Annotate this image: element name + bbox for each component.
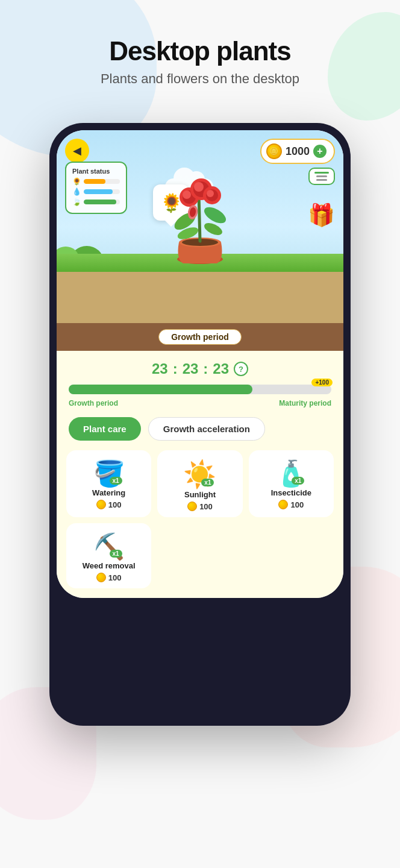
leaf-status-bar [84, 200, 120, 204]
svg-line-6 [199, 194, 200, 241]
insecticide-quantity: x1 [292, 477, 304, 485]
timer-sep-2: : [203, 360, 208, 377]
tab-section: Plant care Growth acceleration [57, 417, 343, 450]
progress-bar-fill [69, 385, 252, 394]
weed-removal-price-text: 100 [108, 573, 122, 582]
insecticide-price-text: 100 [290, 500, 304, 509]
watering-price-text: 100 [108, 500, 122, 509]
svg-point-13 [183, 190, 191, 199]
insecticide-name: Insecticide [255, 488, 328, 497]
care-section: 🪣 x1 Watering 100 ☀️ x1 [57, 450, 343, 598]
watering-coin-icon [96, 500, 106, 509]
weed-removal-price: 100 [72, 573, 145, 582]
insecticide-price: 100 [255, 500, 328, 509]
back-button[interactable]: ◀ [65, 139, 89, 163]
back-arrow-icon: ◀ [73, 144, 81, 157]
water-status-bar [84, 189, 120, 194]
care-bottom-row: ⛏️ x1 Weed removal 100 [66, 523, 334, 588]
coin-count: 1000 [286, 145, 310, 158]
svg-point-8 [202, 204, 229, 226]
tab-plant-care[interactable]: Plant care [69, 417, 141, 441]
coin-icon: 🪙 [266, 143, 282, 159]
status-row-leaf: 🍃 [72, 198, 120, 206]
weed-removal-name: Weed removal [72, 561, 145, 570]
growth-progress-bar: +100 [69, 385, 331, 394]
sun-status-bar [84, 179, 120, 184]
phone-mockup: ◀ 🪙 1000 + Plant status 🌻 [49, 123, 351, 726]
watering-name: Watering [72, 488, 145, 497]
sunlight-name: Sunlight [163, 490, 236, 499]
add-coins-button[interactable]: + [313, 145, 327, 158]
help-button[interactable]: ? [234, 362, 248, 376]
list-icon[interactable] [308, 168, 335, 185]
period-labels: Growth period Maturity period [69, 399, 331, 407]
svg-point-19 [207, 190, 214, 197]
timer-hours: 23 [152, 360, 168, 377]
watering-quantity: x1 [110, 477, 122, 485]
maturity-period-label: Maturity period [279, 399, 331, 407]
care-item-insecticide[interactable]: 🧴 x1 Insecticide 100 [249, 450, 334, 517]
sunlight-price-text: 100 [199, 502, 213, 511]
svg-point-16 [194, 182, 204, 192]
growth-period-label: Growth period [69, 399, 118, 407]
care-item-watering[interactable]: 🪣 x1 Watering 100 [66, 450, 151, 517]
growth-banner: Growth period [57, 323, 343, 351]
status-row-water: 💧 [72, 187, 120, 196]
app-subtitle: Plants and flowers on the desktop [12, 71, 388, 87]
page-header: Desktop plants Plants and flowers on the… [0, 0, 400, 99]
list-line-2 [316, 175, 327, 177]
insecticide-icon-wrap: 🧴 x1 [275, 459, 307, 488]
timer-minutes: 23 [183, 360, 199, 377]
timer-display: 23 : 23 : 23 ? [69, 360, 331, 377]
gift-icon[interactable]: 🎁 [308, 203, 335, 228]
plant-status-title: Plant status [72, 168, 120, 175]
sun-bar-fill [84, 179, 105, 184]
leaf-status-icon: 🍃 [72, 198, 81, 206]
insecticide-coin-icon [278, 500, 288, 509]
plant-svg [158, 164, 242, 275]
weed-removal-quantity: x1 [110, 550, 122, 558]
leaf-bar-fill [84, 200, 116, 204]
care-item-weed-removal[interactable]: ⛏️ x1 Weed removal 100 [66, 523, 151, 588]
game-scene: ◀ 🪙 1000 + Plant status 🌻 [57, 130, 343, 323]
status-row-sun: 🌻 [72, 177, 120, 186]
sun-status-icon: 🌻 [72, 177, 81, 186]
sunlight-quantity: x1 [201, 479, 214, 486]
coin-counter: 🪙 1000 + [260, 139, 335, 164]
care-item-sunlight[interactable]: ☀️ x1 Sunlight 100 [157, 450, 242, 517]
progress-badge: +100 [311, 379, 333, 386]
weed-removal-coin-icon [96, 573, 106, 582]
sunlight-price: 100 [163, 502, 236, 511]
tab-growth-acceleration[interactable]: Growth acceleration [148, 417, 265, 441]
timer-section: 23 : 23 : 23 ? +100 Growth period Maturi… [57, 351, 343, 417]
water-status-icon: 💧 [72, 187, 81, 196]
growth-banner-text: Growth period [158, 329, 242, 345]
plant-status-box: Plant status 🌻 💧 🍃 [65, 162, 127, 214]
care-grid: 🪣 x1 Watering 100 ☀️ x1 [66, 450, 334, 517]
list-line-3 [316, 179, 327, 181]
plant-area [158, 164, 242, 278]
list-line-1 [314, 172, 329, 174]
phone-screen: ◀ 🪙 1000 + Plant status 🌻 [57, 130, 343, 598]
timer-sep-1: : [173, 360, 178, 377]
watering-icon-wrap: 🪣 x1 [93, 459, 125, 488]
phone-wrapper: ◀ 🪙 1000 + Plant status 🌻 [0, 123, 400, 726]
water-bar-fill [84, 189, 113, 194]
timer-seconds: 23 [213, 360, 229, 377]
app-title: Desktop plants [12, 36, 388, 66]
sunlight-coin-icon [187, 502, 197, 511]
weed-removal-icon-wrap: ⛏️ x1 [93, 532, 125, 561]
sunlight-icon-wrap: ☀️ x1 [183, 459, 216, 490]
watering-price: 100 [72, 500, 145, 509]
